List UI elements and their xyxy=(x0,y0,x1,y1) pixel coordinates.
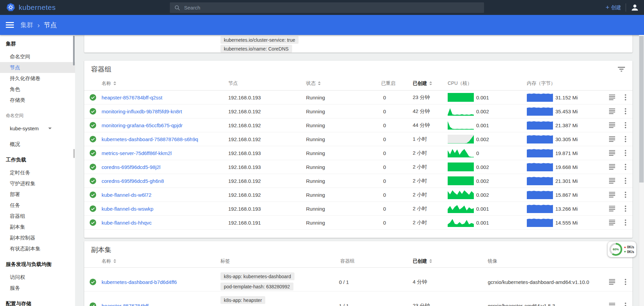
sidebar-item[interactable]: 副本控制器 xyxy=(0,232,75,243)
sidebar-item[interactable]: 定时任务 xyxy=(0,167,75,178)
column-header-restarts: 已重启 xyxy=(381,80,395,87)
sidebar-item[interactable]: 概况 xyxy=(0,139,75,150)
breadcrumb-cluster[interactable]: 集群 xyxy=(20,21,33,30)
sidebar-section-header: 集群 xyxy=(0,36,75,51)
row-menu-icon[interactable] xyxy=(625,192,626,198)
pod-name-link[interactable]: coredns-695f96dcd5-gh6n8 xyxy=(102,178,164,184)
pod-row: kube-flannel-ds-hhqvc192.168.0.191Runnin… xyxy=(84,216,632,230)
pod-status: Running xyxy=(306,150,325,156)
status-ok-icon xyxy=(89,302,96,306)
replicaset-created: 23 分钟 xyxy=(413,303,430,306)
search-input[interactable] xyxy=(184,5,473,11)
pod-name-link[interactable]: kube-flannel-ds-hhqvc xyxy=(102,220,152,226)
sidebar-item[interactable]: 持久化存储卷 xyxy=(0,73,75,84)
pod-name-link[interactable]: heapster-8576784bff-q2sst xyxy=(102,95,162,100)
logs-icon[interactable] xyxy=(609,206,615,212)
row-menu-icon[interactable] xyxy=(625,303,626,306)
pod-node: 192.168.0.193 xyxy=(228,206,261,212)
row-menu-icon[interactable] xyxy=(625,150,626,156)
logs-icon[interactable] xyxy=(609,136,615,142)
chevron-down-icon xyxy=(48,128,52,129)
cpu-value: 0.002 xyxy=(476,136,489,142)
column-label: 内存（字节） xyxy=(527,80,555,87)
row-menu-icon[interactable] xyxy=(625,279,626,285)
sidebar-scrollbar-thumb[interactable] xyxy=(73,36,75,65)
logs-icon[interactable] xyxy=(609,279,615,285)
filter-icon[interactable] xyxy=(618,67,625,73)
row-menu-icon[interactable] xyxy=(625,94,626,101)
row-menu-icon[interactable] xyxy=(625,178,626,184)
pod-name-link[interactable]: metrics-server-75d6ff86f-kkm2l xyxy=(102,150,172,156)
column-header-created[interactable]: 已创建 xyxy=(413,80,432,87)
cpu-sparkline-chart xyxy=(448,162,474,171)
replicaset-row: kubernetes-dashboard-b7d6d4ff6k8s-app: k… xyxy=(84,268,632,291)
cpu-value: 0.001 xyxy=(476,220,489,226)
sidebar-item[interactable]: 命名空间 xyxy=(0,51,75,62)
kubernetes-logo[interactable]: kubernetes xyxy=(6,3,56,12)
create-button[interactable]: + 创建 xyxy=(606,4,621,11)
replicaset-name-link[interactable]: heapster-8576784bff xyxy=(102,303,148,306)
pod-restarts: 0 xyxy=(383,136,386,142)
usage-gauge: 60% xyxy=(609,243,622,256)
user-avatar-icon[interactable] xyxy=(630,3,639,12)
network-monitor-widget[interactable]: 60% 0K/s 0K/s xyxy=(608,242,636,257)
namespace-selector[interactable]: kube-system xyxy=(0,122,75,134)
logs-icon[interactable] xyxy=(609,220,615,226)
logs-icon[interactable] xyxy=(609,164,615,170)
logs-icon[interactable] xyxy=(609,192,615,198)
pod-node: 192.168.0.192 xyxy=(228,178,261,184)
sidebar-item[interactable]: 有状态副本集 xyxy=(0,243,75,254)
logs-icon[interactable] xyxy=(609,150,615,156)
row-menu-icon[interactable] xyxy=(625,164,626,170)
logs-icon[interactable] xyxy=(609,178,615,184)
column-header-name[interactable]: 名称 xyxy=(102,258,116,264)
row-menu-icon[interactable] xyxy=(625,219,626,226)
main-content: kubernetes.io/cluster-service: true kube… xyxy=(75,35,644,306)
sidebar-item[interactable]: 服务 xyxy=(0,283,75,293)
pod-name-link[interactable]: monitoring-grafana-65ccfb675-qpjdr xyxy=(102,122,182,128)
replicaset-labels: k8s-app: heapsterpod-template-hash: 4132… xyxy=(220,296,296,306)
pod-node: 192.168.0.192 xyxy=(228,109,261,114)
sidebar-item[interactable]: 节点 xyxy=(0,62,75,73)
sidebar-item[interactable]: 守护进程集 xyxy=(0,178,75,189)
column-header-created[interactable]: 已创建 xyxy=(413,258,432,264)
window-scrollbar-track[interactable] xyxy=(639,35,644,306)
sidebar-item[interactable]: 访问权 xyxy=(0,272,75,283)
pod-name-link[interactable]: kube-flannel-ds-w6l72 xyxy=(102,192,151,198)
logs-icon[interactable] xyxy=(609,122,615,128)
logs-icon[interactable] xyxy=(609,109,615,114)
pod-row: kubernetes-dashboard-7588787688-s6h9q192… xyxy=(84,132,632,146)
pod-restarts: 0 xyxy=(383,206,386,212)
sidebar-item[interactable]: 任务 xyxy=(0,200,75,211)
pod-row: metrics-server-75d6ff86f-kkm2l192.168.0.… xyxy=(84,146,632,160)
sidebar-item[interactable]: 副本集 xyxy=(0,222,75,232)
replicaset-name-link[interactable]: kubernetes-dashboard-b7d6d4ff6 xyxy=(102,279,177,285)
pod-row: heapster-8576784bff-q2sst192.168.0.193Ru… xyxy=(84,91,632,104)
pod-name-link[interactable]: monitoring-influxdb-9b78f5fd9-kn8rt xyxy=(102,109,182,114)
column-header-name[interactable]: 名称 xyxy=(102,80,116,87)
sidebar-scroll-handle[interactable] xyxy=(73,149,75,158)
pod-name-link[interactable]: kube-flannel-ds-wswkp xyxy=(102,206,154,212)
column-header-status[interactable]: 状态 xyxy=(306,80,321,87)
logs-icon[interactable] xyxy=(609,303,615,306)
sidebar-item[interactable]: 存储类 xyxy=(0,95,75,106)
pod-name-link[interactable]: coredns-695f96dcd5-98j2l xyxy=(102,164,160,170)
row-menu-icon[interactable] xyxy=(625,206,626,212)
column-header-labels: 标签 xyxy=(220,258,230,264)
row-menu-icon[interactable] xyxy=(625,136,626,142)
menu-button[interactable] xyxy=(6,20,14,29)
rate-readouts: 0K/s 0K/s xyxy=(624,245,634,254)
sidebar-item[interactable]: 角色 xyxy=(0,84,75,95)
column-header-node: 节点 xyxy=(228,80,238,87)
column-label: 名称 xyxy=(102,80,111,87)
row-menu-icon[interactable] xyxy=(625,122,626,129)
sidebar-item[interactable]: 部署 xyxy=(0,189,75,200)
window-scrollbar-thumb[interactable] xyxy=(639,36,644,183)
logs-icon[interactable] xyxy=(609,95,615,100)
sidebar-item[interactable]: 容器组 xyxy=(0,211,75,222)
search-bar[interactable] xyxy=(170,2,484,13)
row-menu-icon[interactable] xyxy=(625,108,626,115)
column-header-cpu: CPU（核） xyxy=(448,80,472,87)
pod-name-link[interactable]: kubernetes-dashboard-7588787688-s6h9q xyxy=(102,136,198,142)
pod-created: 2 小时 xyxy=(413,192,427,198)
